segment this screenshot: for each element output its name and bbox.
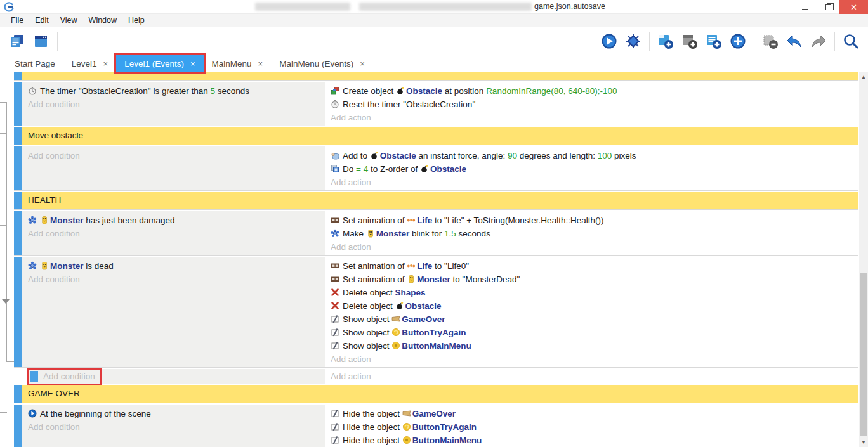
condition-row[interactable]: Monster has just been damaged bbox=[28, 214, 320, 227]
action-row[interactable]: Reset the timer "ObstacleCreation" bbox=[331, 98, 853, 111]
scroll-up-icon[interactable]: ▲ bbox=[859, 72, 868, 82]
event-handle[interactable] bbox=[14, 257, 22, 367]
tab-close-icon[interactable]: × bbox=[103, 59, 109, 68]
event-handle[interactable] bbox=[14, 82, 22, 126]
tree-tick bbox=[0, 133, 7, 134]
add-condition[interactable]: Add condition bbox=[28, 420, 320, 434]
action-row[interactable]: Show object ButtonMainMenu bbox=[331, 339, 853, 353]
add-more-button[interactable] bbox=[727, 30, 749, 52]
add-action[interactable]: Add action bbox=[331, 240, 853, 254]
annotated-add-condition[interactable]: Add condition bbox=[29, 370, 100, 384]
condition-row[interactable]: At the beginning of the scene bbox=[28, 407, 320, 420]
menu-window[interactable]: Window bbox=[83, 14, 122, 27]
visibility-icon bbox=[331, 408, 339, 417]
action-row[interactable]: Show object ButtonTryAgain bbox=[331, 326, 853, 339]
add-condition[interactable]: Add condition bbox=[28, 98, 320, 111]
play-icon bbox=[601, 33, 617, 49]
tab-close-icon[interactable]: × bbox=[360, 59, 365, 68]
tab-mainmenu[interactable]: MainMenu× bbox=[204, 55, 272, 72]
tab-start-page[interactable]: Start Page bbox=[6, 55, 63, 72]
comment-text[interactable]: Move obstacle bbox=[22, 127, 858, 145]
debug-button[interactable] bbox=[622, 30, 644, 52]
tab-label: Level1 bbox=[72, 59, 97, 68]
action-row[interactable]: Add to Obstacle an instant force, angle:… bbox=[331, 149, 853, 162]
close-button[interactable]: ✕ bbox=[839, 0, 868, 14]
condition-row[interactable]: The timer "ObstacleCreation" is greater … bbox=[28, 84, 320, 98]
event-handle[interactable] bbox=[14, 146, 22, 190]
add-condition[interactable]: Add condition bbox=[28, 149, 320, 162]
add-event-button[interactable] bbox=[655, 30, 676, 52]
menu-file[interactable]: File bbox=[5, 14, 29, 27]
event-handle[interactable] bbox=[14, 405, 22, 447]
action-row[interactable]: Do = 4 to Z-order of Obstacle bbox=[331, 162, 853, 176]
scene-editor-button[interactable] bbox=[30, 30, 52, 52]
action-row[interactable]: Make Monster blink for 1.5 seconds bbox=[331, 227, 853, 240]
action-row[interactable]: Show object GameOver bbox=[331, 313, 853, 326]
redo-button[interactable] bbox=[808, 30, 829, 52]
scrollbar-thumb[interactable] bbox=[860, 273, 867, 436]
instruction-text: Create object bbox=[343, 86, 396, 96]
event-handle[interactable] bbox=[14, 192, 22, 209]
instruction-text: seconds bbox=[215, 86, 249, 96]
instruction-text: Show object bbox=[343, 314, 391, 324]
comment-row: GAME OVER bbox=[14, 385, 858, 403]
instruction-text: Delete object bbox=[343, 288, 395, 297]
action-row[interactable]: Delete object Obstacle bbox=[331, 299, 853, 313]
comment-text[interactable]: HEALTH bbox=[22, 192, 858, 209]
vertical-scrollbar[interactable]: ▲ ▼ bbox=[859, 72, 868, 447]
menu-help[interactable]: Help bbox=[122, 14, 150, 27]
visibility-icon bbox=[331, 422, 339, 431]
comment-text[interactable]: GAME OVER bbox=[22, 385, 858, 403]
add-action[interactable]: Add action bbox=[331, 111, 853, 124]
tab-close-icon[interactable]: × bbox=[190, 59, 195, 68]
comment-row bbox=[14, 72, 858, 81]
condition-row[interactable]: Monster is dead bbox=[28, 259, 320, 273]
instruction-text: Delete object bbox=[343, 301, 395, 311]
undo-button[interactable] bbox=[784, 30, 805, 52]
event-handle[interactable] bbox=[14, 385, 22, 403]
menu-edit[interactable]: Edit bbox=[29, 14, 55, 27]
delete-event-button[interactable] bbox=[760, 30, 781, 52]
preview-play-button[interactable] bbox=[598, 30, 620, 52]
add-action[interactable]: Add action bbox=[331, 176, 853, 189]
add-comment-button[interactable] bbox=[703, 30, 725, 52]
action-row[interactable]: Set animation of Life to "Life0" bbox=[331, 259, 853, 273]
action-row[interactable]: Delete object Shapes bbox=[331, 286, 853, 299]
tab-close-icon[interactable]: × bbox=[258, 59, 263, 68]
minimize-button[interactable] bbox=[794, 0, 817, 14]
action-row[interactable]: Hide the object ButtonTryAgain bbox=[331, 420, 853, 434]
action-row[interactable]: Hide the object ButtonMainMenu bbox=[331, 434, 853, 447]
tab-level1-events-[interactable]: Level1 (Events)× bbox=[116, 55, 203, 72]
add-action[interactable]: Add action bbox=[331, 353, 853, 366]
instruction-text: Hide the object bbox=[343, 436, 402, 445]
action-row[interactable]: Set animation of Life to "Life" + ToStri… bbox=[331, 214, 853, 227]
restore-button[interactable] bbox=[817, 0, 839, 14]
delete-icon bbox=[331, 301, 339, 309]
event-row: Monster is deadAdd conditionSet animatio… bbox=[14, 257, 858, 368]
object-name: ButtonTryAgain bbox=[402, 328, 466, 337]
object-name: GameOver bbox=[412, 409, 456, 418]
add-condition[interactable]: Add condition bbox=[28, 227, 320, 240]
add-condition[interactable]: Add condition bbox=[43, 372, 95, 381]
event-handle[interactable] bbox=[14, 211, 22, 255]
toolbar-separator bbox=[57, 32, 58, 51]
event-handle[interactable] bbox=[14, 72, 22, 80]
tab-level1[interactable]: Level1× bbox=[63, 55, 116, 72]
add-action[interactable]: Add action bbox=[331, 372, 371, 381]
search-button[interactable] bbox=[840, 30, 862, 52]
menu-view[interactable]: View bbox=[55, 14, 83, 27]
comment-text[interactable] bbox=[22, 72, 858, 80]
project-manager-button[interactable] bbox=[6, 30, 28, 52]
add-condition[interactable]: Add condition bbox=[28, 273, 320, 286]
tab-mainmenu-events-[interactable]: MainMenu (Events)× bbox=[271, 55, 373, 72]
instruction-text: to Z-order of bbox=[368, 164, 420, 174]
event-handle[interactable] bbox=[14, 127, 22, 145]
actions-column: Add to Obstacle an instant force, angle:… bbox=[326, 146, 858, 190]
add-subevent-button[interactable] bbox=[679, 30, 700, 52]
action-row[interactable]: Hide the object GameOver bbox=[331, 407, 853, 420]
action-row[interactable]: Create object Obstacle at position Rando… bbox=[331, 84, 853, 98]
action-row[interactable]: Set animation of Monster to "MonsterDead… bbox=[331, 273, 853, 286]
subevent-handle[interactable] bbox=[30, 371, 38, 382]
scroll-down-icon[interactable]: ▼ bbox=[859, 437, 868, 447]
collapse-arrow-icon[interactable] bbox=[2, 299, 10, 304]
